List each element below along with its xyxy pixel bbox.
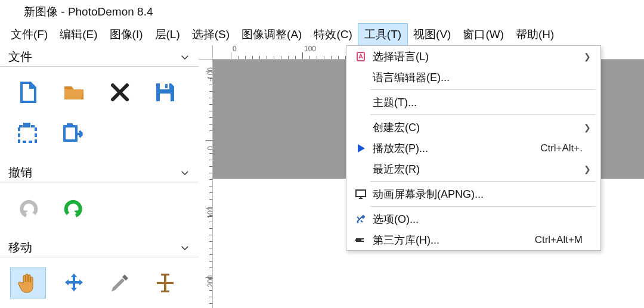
panel-header-move[interactable]: 移动 <box>0 236 199 257</box>
menu-separator <box>370 206 596 207</box>
redo-button[interactable] <box>57 193 91 223</box>
menu-item-label: 第三方库(H)... <box>370 233 535 247</box>
tools-menu-dropdown: 选择语言(L)❯语言编辑器(E)...主题(T)...创建宏(C)❯播放宏(P)… <box>346 45 601 251</box>
menu-文件f[interactable]: 文件(F) <box>5 24 54 45</box>
sidebar: 文件 撤销 <box>0 45 199 308</box>
panel-header-undo[interactable]: 撤销 <box>0 161 199 182</box>
menu-特效c[interactable]: 特效(C) <box>308 24 358 45</box>
menu-窗口w[interactable]: 窗口(W) <box>457 24 510 45</box>
menu-item-label: 创建宏(C) <box>370 120 583 135</box>
menu-item-label: 播放宏(P)... <box>370 141 540 155</box>
save-button[interactable] <box>148 77 182 107</box>
menu-item-label: 动画屏幕录制(APNG)... <box>370 187 583 201</box>
ruler-corner <box>199 45 213 60</box>
menu-separator <box>370 181 596 182</box>
submenu-arrow-icon: ❯ <box>583 52 591 61</box>
menu-图像i[interactable]: 图像(I) <box>104 24 149 45</box>
monitor-icon <box>351 188 370 200</box>
menu-item-label: 选择语言(L) <box>370 49 583 64</box>
menu-separator <box>370 114 596 115</box>
panel-title: 文件 <box>8 49 32 65</box>
svg-rect-5 <box>64 126 76 141</box>
menu-选择s[interactable]: 选择(S) <box>186 24 236 45</box>
menu-item[interactable]: 播放宏(P)...Ctrl+Alt+. <box>346 138 600 158</box>
menu-item-label: 选项(O)... <box>370 212 583 226</box>
eyedropper-tool[interactable] <box>103 268 137 298</box>
menu-item-label: 语言编辑器(E)... <box>370 70 583 85</box>
open-folder-button[interactable] <box>57 77 91 107</box>
panel-header-file[interactable]: 文件 <box>0 45 199 67</box>
ruler-vertical: -1000100200 <box>199 60 213 308</box>
new-file-button[interactable] <box>11 77 45 107</box>
play-icon <box>351 142 370 154</box>
submenu-arrow-icon: ❯ <box>583 123 591 132</box>
menu-bar: 文件(F)编辑(E)图像(I)层(L)选择(S)图像调整(A)特效(C)工具(T… <box>0 24 644 45</box>
svg-rect-0 <box>160 83 169 89</box>
panel-title: 撤销 <box>8 164 32 181</box>
menu-帮助h[interactable]: 帮助(H) <box>510 24 560 45</box>
menu-视图v[interactable]: 视图(V) <box>407 24 457 45</box>
svg-point-9 <box>357 221 359 223</box>
svg-rect-4 <box>23 123 30 127</box>
undo-button[interactable] <box>11 193 45 223</box>
menu-层l[interactable]: 层(L) <box>149 24 186 45</box>
menu-item-label: 主题(T)... <box>370 95 583 110</box>
options-icon <box>351 213 370 225</box>
menu-item[interactable]: 最近宏(R)❯ <box>346 158 600 179</box>
menu-item-shortcut: Ctrl+Alt+. <box>540 142 583 154</box>
menu-item[interactable]: 主题(T)... <box>346 92 600 113</box>
move-tools <box>0 257 199 308</box>
title-bar: 新图像 - PhotoDemon 8.4 <box>0 0 644 24</box>
export-button[interactable] <box>57 118 91 148</box>
undo-tools <box>0 182 199 236</box>
submenu-arrow-icon: ❯ <box>583 164 591 174</box>
measure-tool[interactable] <box>148 268 182 298</box>
chevron-down-icon <box>179 242 190 253</box>
svg-rect-1 <box>160 94 171 101</box>
window-title: 新图像 - PhotoDemon 8.4 <box>24 5 153 18</box>
move-tool[interactable] <box>57 268 91 298</box>
close-button[interactable] <box>103 77 137 107</box>
menu-separator <box>370 89 596 90</box>
chevron-down-icon <box>179 52 190 63</box>
menu-item[interactable]: 创建宏(C)❯ <box>346 117 600 138</box>
svg-rect-6 <box>67 123 73 127</box>
svg-rect-2 <box>165 84 168 88</box>
hand-tool[interactable] <box>11 268 45 298</box>
menu-编辑e[interactable]: 编辑(E) <box>54 24 103 45</box>
svg-rect-8 <box>356 190 366 197</box>
menu-item-shortcut: Ctrl+Alt+M <box>535 234 583 246</box>
save-copy-button[interactable] <box>11 118 45 148</box>
svg-point-10 <box>363 215 365 217</box>
menu-item[interactable]: 语言编辑器(E)... <box>346 67 600 88</box>
plugin-icon <box>351 234 370 246</box>
menu-item[interactable]: 动画屏幕录制(APNG)... <box>346 183 600 204</box>
panel-title: 移动 <box>8 239 32 256</box>
svg-rect-11 <box>356 238 361 242</box>
menu-item[interactable]: 选项(O)... <box>346 209 600 229</box>
menu-item[interactable]: 第三方库(H)...Ctrl+Alt+M <box>346 229 600 250</box>
menu-item[interactable]: 选择语言(L)❯ <box>346 46 600 67</box>
language-icon <box>351 51 370 63</box>
menu-工具t[interactable]: 工具(T) <box>358 24 407 45</box>
file-tools <box>0 67 199 161</box>
svg-rect-3 <box>19 126 36 142</box>
chevron-down-icon <box>179 167 190 178</box>
menu-item-label: 最近宏(R) <box>370 162 583 176</box>
menu-图像调整a[interactable]: 图像调整(A) <box>236 24 308 45</box>
